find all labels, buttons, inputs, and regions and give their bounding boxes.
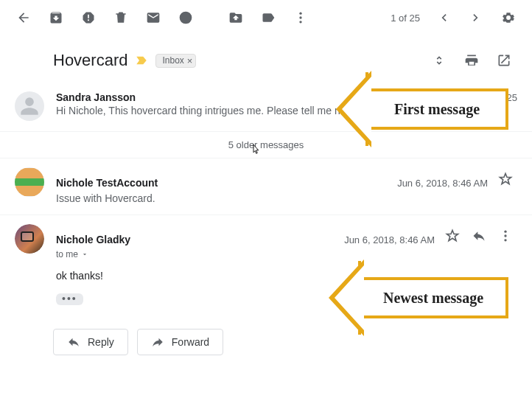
print-icon[interactable] xyxy=(458,47,485,74)
message-date: Jun 6, 2018, 8:46 AM xyxy=(397,178,488,189)
avatar xyxy=(15,91,44,121)
star-icon[interactable] xyxy=(494,167,517,191)
label-chip[interactable]: Inbox × xyxy=(155,54,196,68)
svg-point-5 xyxy=(504,239,506,241)
spam-icon[interactable] xyxy=(74,3,103,32)
move-to-icon[interactable] xyxy=(221,3,251,32)
recipient-dropdown[interactable]: to me xyxy=(56,249,517,259)
message-body: ok thanks! xyxy=(56,270,517,282)
forward-button[interactable]: Forward xyxy=(137,329,223,355)
back-icon[interactable] xyxy=(9,3,38,32)
sender-name: Sandra Jansson xyxy=(56,91,136,103)
recipient-text: to me xyxy=(56,249,78,259)
reply-icon xyxy=(67,335,80,349)
archive-icon[interactable] xyxy=(41,3,71,32)
message-expanded: Nichole Gladky Jun 6, 2018, 8:46 AM to m… xyxy=(0,215,532,315)
subject-row: Hovercard Inbox × xyxy=(0,35,532,83)
svg-point-2 xyxy=(299,21,301,23)
pagination-text: 1 of 25 xyxy=(391,13,420,24)
delete-icon[interactable] xyxy=(106,3,136,32)
svg-point-3 xyxy=(504,231,506,233)
reply-icon[interactable] xyxy=(467,224,491,248)
message-date: Jun 6, 2018, 8:46 AM xyxy=(344,234,435,245)
important-marker-icon[interactable] xyxy=(135,54,148,67)
mark-unread-icon[interactable] xyxy=(139,3,168,32)
forward-icon xyxy=(151,335,164,349)
avatar xyxy=(15,224,44,254)
older-messages-link[interactable]: 5 older messages xyxy=(0,132,532,158)
svg-point-1 xyxy=(299,16,301,18)
reply-button[interactable]: Reply xyxy=(53,329,128,355)
cursor-icon xyxy=(249,142,262,157)
svg-point-4 xyxy=(504,234,506,237)
svg-point-0 xyxy=(299,13,301,15)
message-collapsed[interactable]: Nichole TestAccount Jun 6, 2018, 8:46 AM… xyxy=(0,158,532,215)
more-icon[interactable] xyxy=(286,3,315,32)
expand-all-icon[interactable] xyxy=(426,47,452,74)
star-icon[interactable] xyxy=(441,224,464,248)
snooze-icon[interactable] xyxy=(171,3,200,32)
show-trimmed-button[interactable]: ••• xyxy=(56,293,83,305)
label-chip-text: Inbox xyxy=(162,55,183,66)
message-date: Jun 5, 2018, 4:25 xyxy=(444,92,517,103)
avatar xyxy=(15,167,44,197)
label-remove-icon[interactable]: × xyxy=(187,55,193,66)
newer-icon[interactable] xyxy=(429,3,458,32)
reply-label: Reply xyxy=(88,336,114,348)
message-more-icon[interactable] xyxy=(494,224,517,248)
settings-icon[interactable] xyxy=(494,3,523,32)
message-preview: Issue with Hovercard. xyxy=(56,192,517,204)
toolbar: 1 of 25 xyxy=(0,0,532,35)
labels-icon[interactable] xyxy=(253,3,283,32)
chevron-down-icon xyxy=(81,251,88,258)
forward-label: Forward xyxy=(172,336,209,348)
reply-row: Reply Forward xyxy=(0,315,532,370)
subject-title: Hovercard xyxy=(53,51,127,70)
sender-name: Nichole Gladky xyxy=(56,234,130,245)
message-collapsed[interactable]: Sandra Jansson Jun 5, 2018, 4:25 Hi Nich… xyxy=(0,83,532,132)
sender-name: Nichole TestAccount xyxy=(56,177,158,189)
older-icon[interactable] xyxy=(461,3,491,32)
open-new-window-icon[interactable] xyxy=(491,47,517,74)
older-messages-text: 5 older messages xyxy=(228,139,304,150)
message-preview: Hi Nichole, This hovercard thing intrigu… xyxy=(56,105,517,116)
